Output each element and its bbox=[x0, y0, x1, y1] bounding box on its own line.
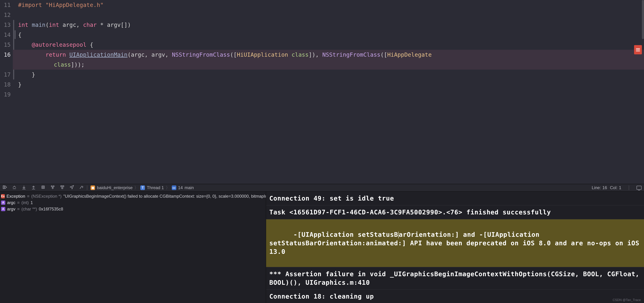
memory-graph-icon[interactable] bbox=[60, 185, 64, 191]
console-output[interactable]: Connection 49: set is idle true Task <16… bbox=[266, 192, 644, 303]
console-line[interactable]: Connection 18: cleaning up bbox=[266, 290, 644, 303]
var-value: "UIGraphicsBeginImageContext() failed to… bbox=[63, 194, 266, 199]
console-line[interactable]: Task <16561D97-FCF1-46CD-ACA6-3C9FA50029… bbox=[266, 205, 644, 219]
svg-rect-2 bbox=[42, 186, 44, 188]
editor-scrollbar[interactable] bbox=[642, 0, 644, 39]
hamburger-icon bbox=[636, 50, 640, 50]
svg-marker-1 bbox=[5, 186, 7, 189]
status-line-label: Line: bbox=[592, 185, 601, 190]
console-text: -[UIApplication setStatusB bbox=[294, 231, 398, 238]
line-number-current: 16 bbox=[0, 50, 13, 60]
line-number bbox=[0, 60, 13, 70]
crumb-frame[interactable]: ▭ 14 main bbox=[172, 185, 194, 190]
line-number: 14 bbox=[0, 30, 13, 40]
var-eq: = bbox=[17, 207, 20, 211]
canvas-icon[interactable] bbox=[636, 186, 642, 190]
chevron-right-icon: 〉 bbox=[134, 185, 138, 191]
crumb-label: main bbox=[184, 185, 194, 190]
argument-badge-icon: A bbox=[1, 207, 5, 211]
line-number: 18 bbox=[0, 80, 13, 90]
status-col-label: Col: bbox=[610, 185, 618, 190]
toolbar-separator bbox=[87, 185, 87, 190]
console-line-warning[interactable]: -[UIApplication setStatusBarOrientation:… bbox=[266, 219, 644, 267]
var-type: (char **) bbox=[22, 207, 37, 211]
toolbar-separator bbox=[629, 185, 629, 190]
code-line-current[interactable]: class])); bbox=[13, 60, 644, 70]
code-line[interactable] bbox=[13, 90, 644, 100]
variables-view[interactable]: Ex Exception = (NSException *) "UIGraphi… bbox=[0, 192, 266, 303]
var-type: (int) bbox=[22, 200, 29, 205]
status-line-value: 16 bbox=[602, 185, 607, 190]
crumb-target[interactable]: ▣ baiduHi_enterprise 〉 bbox=[90, 185, 138, 191]
line-number: 19 bbox=[0, 90, 13, 100]
debug-breadcrumb: ▣ baiduHi_enterprise 〉 T Thread 1 〉 ▭ 14… bbox=[90, 185, 194, 191]
var-name: Exception bbox=[6, 194, 25, 199]
var-value: 0x16f7535c8 bbox=[39, 207, 63, 211]
code-line[interactable]: { bbox=[13, 30, 644, 40]
watermark: CSDN @Tan_Trace bbox=[612, 298, 641, 302]
line-number: 15 bbox=[0, 40, 13, 50]
debug-view-icon[interactable] bbox=[50, 185, 55, 191]
code-area[interactable]: #import "HiAppDelegate.h" int main(int a… bbox=[13, 0, 644, 184]
frame-icon: ▭ bbox=[172, 185, 176, 190]
line-number: 12 bbox=[0, 10, 13, 20]
code-line[interactable]: int main(int argc, char * argv[]) bbox=[13, 20, 644, 30]
toggle-breakpoints-icon[interactable] bbox=[2, 185, 7, 191]
svg-rect-9 bbox=[62, 188, 63, 189]
var-name: argv bbox=[7, 207, 16, 211]
continue-icon[interactable] bbox=[12, 185, 17, 191]
crumb-label: Thread 1 bbox=[147, 185, 164, 190]
svg-rect-0 bbox=[3, 186, 4, 189]
line-gutter: 11 12 13 14 15 16 17 18 19 bbox=[0, 0, 13, 184]
crumb-frame-num: 14 bbox=[178, 185, 183, 190]
code-editor[interactable]: 11 12 13 14 15 16 17 18 19 #import "HiAp… bbox=[0, 0, 644, 184]
code-line[interactable]: #import "HiAppDelegate.h" bbox=[13, 0, 644, 10]
target-icon: ▣ bbox=[90, 185, 95, 190]
variable-row[interactable]: A argv = (char **) 0x16f7535c8 bbox=[0, 206, 266, 212]
var-type: (NSException *) bbox=[31, 194, 62, 199]
debug-controls bbox=[2, 185, 84, 191]
debug-toolbar: ▣ baiduHi_enterprise 〉 T Thread 1 〉 ▭ 14… bbox=[0, 184, 644, 192]
code-line[interactable]: } bbox=[13, 70, 644, 80]
thread-icon: T bbox=[140, 185, 145, 190]
crumb-label: baiduHi_enterprise bbox=[97, 185, 132, 190]
environment-overrides-icon[interactable] bbox=[79, 185, 84, 191]
crumb-thread[interactable]: T Thread 1 〉 bbox=[140, 185, 170, 191]
text-cursor bbox=[398, 232, 399, 238]
variable-row[interactable]: Ex Exception = (NSException *) "UIGraphi… bbox=[0, 193, 266, 199]
console-line[interactable]: *** Assertion failure in void _UIGraphic… bbox=[266, 267, 644, 290]
code-line-current[interactable]: return UIApplicationMain(argc, argv, NSS… bbox=[13, 50, 644, 60]
code-line[interactable] bbox=[13, 10, 644, 20]
svg-point-6 bbox=[52, 188, 54, 189]
step-out-icon[interactable] bbox=[41, 185, 46, 191]
line-number: 13 bbox=[0, 20, 13, 30]
issue-indicator-button[interactable] bbox=[634, 45, 642, 54]
exception-badge-icon: Ex bbox=[1, 194, 5, 198]
status-bar: Line: 16 Col: 1 bbox=[592, 185, 642, 190]
code-line[interactable]: @autoreleasepool { bbox=[13, 40, 644, 50]
code-line[interactable]: } bbox=[13, 80, 644, 90]
variable-row[interactable]: A argc = (int) 1 bbox=[0, 199, 266, 206]
chevron-right-icon: 〉 bbox=[166, 185, 170, 191]
svg-rect-8 bbox=[63, 186, 64, 187]
argument-badge-icon: A bbox=[1, 200, 5, 205]
var-eq: = bbox=[27, 194, 30, 199]
console-line[interactable]: Connection 49: set is idle true bbox=[266, 192, 644, 205]
status-col-value: 1 bbox=[619, 185, 621, 190]
var-name: argc bbox=[7, 200, 16, 205]
svg-rect-3 bbox=[42, 187, 44, 188]
step-into-icon[interactable] bbox=[31, 185, 36, 191]
step-over-icon[interactable] bbox=[22, 185, 26, 191]
svg-rect-7 bbox=[61, 186, 62, 187]
location-icon[interactable] bbox=[70, 185, 74, 191]
line-number: 17 bbox=[0, 70, 13, 80]
debug-area: Ex Exception = (NSException *) "UIGraphi… bbox=[0, 192, 644, 303]
var-value: 1 bbox=[30, 200, 33, 205]
var-eq: = bbox=[17, 200, 20, 205]
line-number: 11 bbox=[0, 0, 13, 10]
